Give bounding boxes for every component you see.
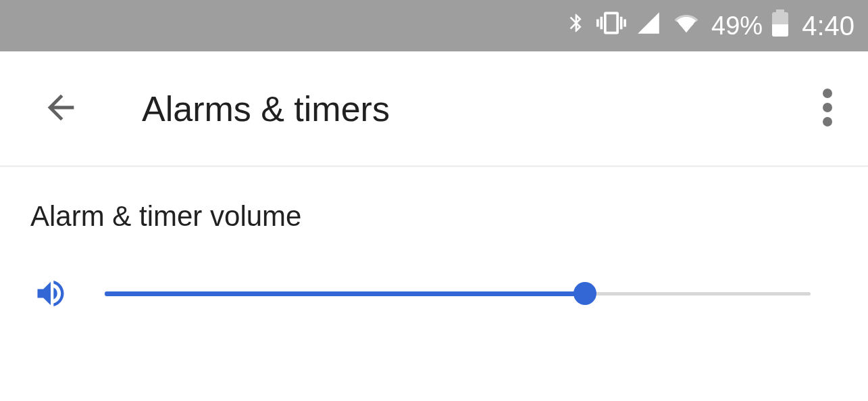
cellular-signal-icon [636, 10, 661, 42]
volume-slider[interactable] [105, 280, 811, 307]
back-arrow-icon [41, 88, 80, 130]
volume-icon [30, 273, 71, 314]
overflow-menu-button[interactable] [807, 82, 848, 136]
page-title: Alarms & timers [142, 89, 807, 129]
bluetooth-icon [565, 8, 587, 44]
back-button[interactable] [34, 82, 88, 136]
app-bar: Alarms & timers [0, 51, 868, 166]
clock-label: 4:40 [802, 11, 854, 41]
volume-slider-row [30, 273, 838, 314]
slider-fill [105, 291, 585, 296]
vibrate-icon [596, 8, 626, 44]
svg-point-0 [823, 89, 832, 98]
battery-percent-label: 49% [711, 11, 763, 41]
battery-icon [772, 9, 788, 43]
more-vert-icon [823, 89, 832, 129]
content-area: Alarm & timer volume [0, 166, 868, 348]
svg-point-2 [823, 117, 832, 126]
slider-thumb[interactable] [573, 282, 596, 305]
status-bar: 49% 4:40 [0, 0, 868, 51]
wifi-icon [671, 10, 702, 42]
volume-section-label: Alarm & timer volume [30, 200, 838, 233]
status-icons: 49% 4:40 [565, 8, 854, 44]
svg-point-1 [823, 103, 832, 112]
